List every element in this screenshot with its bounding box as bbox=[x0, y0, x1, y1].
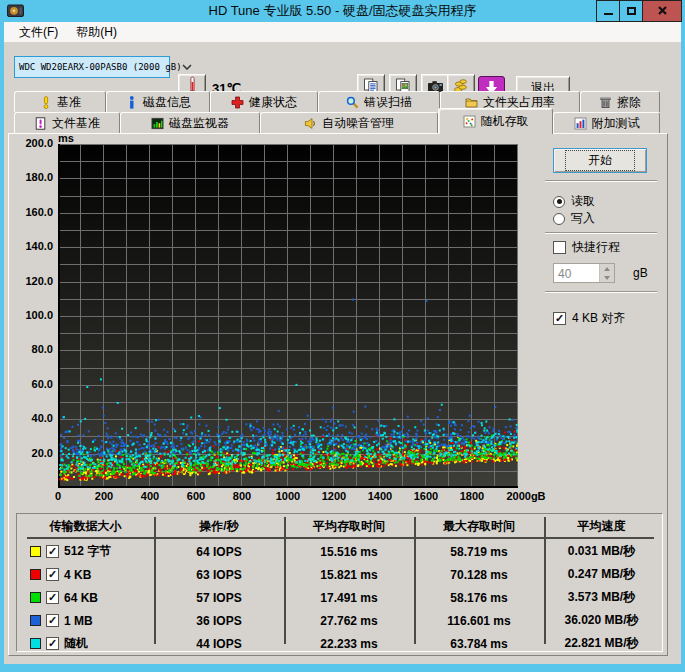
max-access-cell: 58.176 ms bbox=[414, 591, 544, 605]
tab-error-scan[interactable]: 错误扫描 bbox=[318, 91, 440, 112]
column-header: 平均速度 bbox=[544, 518, 659, 535]
write-radio[interactable] bbox=[553, 213, 565, 225]
drive-select-value: WDC WD20EARX-00PASB0 (2000 gB) bbox=[15, 62, 182, 72]
menu-help[interactable]: 帮助(H) bbox=[67, 22, 126, 43]
folder-icon bbox=[465, 96, 478, 109]
series-cell: ✓1 MB bbox=[17, 614, 154, 628]
column-header: 最大存取时间 bbox=[414, 518, 544, 535]
extra-tests-icon bbox=[574, 117, 587, 130]
series-checkbox[interactable]: ✓ bbox=[46, 545, 59, 558]
tab-random-access[interactable]: 随机存取 bbox=[438, 108, 553, 134]
info-icon bbox=[125, 96, 138, 109]
tab-disk-monitor-label: 磁盘监视器 bbox=[169, 115, 229, 132]
y-tick-label: 80.0 bbox=[9, 343, 53, 355]
series-checkbox[interactable]: ✓ bbox=[46, 568, 59, 581]
exclamation-icon bbox=[39, 96, 52, 109]
close-button[interactable] bbox=[642, 0, 682, 22]
series-cell: ✓512 字节 bbox=[17, 543, 154, 560]
series-checkbox[interactable]: ✓ bbox=[46, 591, 59, 604]
tab-disk-info[interactable]: 磁盘信息 bbox=[106, 91, 210, 112]
tab-file-benchmark-label: 文件基准 bbox=[52, 115, 100, 132]
tab-health[interactable]: 健康状态 bbox=[210, 91, 318, 112]
minimize-button[interactable] bbox=[596, 0, 619, 22]
divider bbox=[545, 232, 657, 234]
x-tick-label: 1800 bbox=[442, 490, 502, 502]
tab-extra-tests[interactable]: 附加测试 bbox=[553, 112, 660, 133]
series-label: 512 字节 bbox=[64, 543, 111, 560]
health-cross-icon bbox=[231, 96, 244, 109]
series-label: 随机 bbox=[64, 635, 88, 652]
align-checkbox[interactable]: ✓ bbox=[553, 312, 566, 325]
y-tick-label: 60.0 bbox=[9, 378, 53, 390]
tab-disk-info-label: 磁盘信息 bbox=[143, 94, 191, 111]
tab-aam-label: 自动噪音管理 bbox=[322, 115, 394, 132]
x-tick-label: 2000gB bbox=[496, 490, 556, 502]
close-icon bbox=[657, 2, 668, 20]
avg-access-cell: 17.491 ms bbox=[284, 591, 414, 605]
tab-disk-monitor[interactable]: 磁盘监视器 bbox=[120, 112, 260, 133]
avg-speed-cell: 22.821 MB/秒 bbox=[544, 635, 659, 652]
start-button[interactable]: 开始 bbox=[553, 148, 647, 173]
tab-aam[interactable]: 自动噪音管理 bbox=[260, 112, 438, 133]
iops-cell: 63 IOPS bbox=[154, 568, 284, 582]
iops-cell: 36 IOPS bbox=[154, 614, 284, 628]
maximize-button[interactable] bbox=[619, 0, 642, 22]
tab-erase-label: 擦除 bbox=[617, 94, 641, 111]
y-tick-label: 200.0 bbox=[9, 137, 53, 149]
monitor-icon bbox=[151, 117, 164, 130]
arrow-down-icon bbox=[604, 276, 610, 280]
read-radio[interactable] bbox=[553, 196, 565, 208]
short-stroke-spinner[interactable]: 40 bbox=[553, 263, 615, 283]
read-radio-label: 读取 bbox=[571, 193, 595, 210]
y-tick-label: 100.0 bbox=[9, 309, 53, 321]
tab-benchmark[interactable]: 基准 bbox=[14, 91, 106, 112]
table-row: ✓64 KB57 IOPS17.491 ms58.176 ms3.573 MB/… bbox=[17, 586, 662, 609]
iops-cell: 44 IOPS bbox=[154, 637, 284, 651]
read-radio-row: 读取 bbox=[553, 193, 595, 210]
series-color-swatch bbox=[30, 592, 41, 603]
max-access-cell: 70.128 ms bbox=[414, 568, 544, 582]
spinner-down-button[interactable] bbox=[600, 273, 614, 282]
divider bbox=[545, 180, 657, 182]
start-button-label: 开始 bbox=[565, 150, 635, 171]
y-axis-unit: ms bbox=[58, 132, 74, 144]
avg-access-cell: 15.821 ms bbox=[284, 568, 414, 582]
write-radio-label: 写入 bbox=[571, 210, 595, 227]
tab-erase[interactable]: 擦除 bbox=[580, 91, 660, 112]
series-cell: ✓64 KB bbox=[17, 591, 154, 605]
iops-cell: 57 IOPS bbox=[154, 591, 284, 605]
series-checkbox[interactable]: ✓ bbox=[46, 614, 59, 627]
max-access-cell: 63.784 ms bbox=[414, 637, 544, 651]
series-cell: ✓4 KB bbox=[17, 568, 154, 582]
align-label: 4 KB 对齐 bbox=[572, 310, 625, 327]
write-radio-row: 写入 bbox=[553, 210, 595, 227]
table-row: ✓4 KB63 IOPS15.821 ms70.128 ms0.247 MB/秒 bbox=[17, 563, 662, 586]
trash-icon bbox=[599, 96, 612, 109]
iops-cell: 64 IOPS bbox=[154, 545, 284, 559]
minimize-icon bbox=[604, 13, 613, 15]
arrow-up-icon bbox=[604, 267, 610, 271]
speaker-icon bbox=[304, 117, 317, 130]
menu-bar: 文件(F)帮助(H) bbox=[4, 22, 681, 43]
short-stroke-value: 40 bbox=[554, 264, 599, 282]
window-title: HD Tune 专业版 5.50 - 硬盘/固态硬盘实用程序 bbox=[0, 2, 685, 20]
tab-file-benchmark[interactable]: 文件基准 bbox=[14, 112, 120, 133]
application-window: HD Tune 专业版 5.50 - 硬盘/固态硬盘实用程序 文件(F)帮助(H… bbox=[0, 0, 685, 672]
spinner-up-button[interactable] bbox=[600, 264, 614, 273]
toolbar: WDC WD20EARX-00PASB0 (2000 gB) 31℃ 退出 bbox=[4, 43, 681, 90]
short-stroke-label: 快捷行程 bbox=[572, 239, 620, 256]
tab-health-label: 健康状态 bbox=[249, 94, 297, 111]
y-tick-label: 160.0 bbox=[9, 206, 53, 218]
series-checkbox[interactable]: ✓ bbox=[46, 637, 59, 650]
y-tick-label: 20.0 bbox=[9, 447, 53, 459]
column-header: 传输数据大小 bbox=[17, 518, 154, 535]
avg-speed-cell: 3.573 MB/秒 bbox=[544, 589, 659, 606]
menu-file[interactable]: 文件(F) bbox=[10, 22, 67, 43]
short-stroke-checkbox[interactable] bbox=[553, 241, 566, 254]
short-stroke-unit: gB bbox=[633, 266, 648, 280]
y-tick-label: 180.0 bbox=[9, 171, 53, 183]
random-access-tab-page: ms 200.0180.0160.0140.0120.0100.080.060.… bbox=[8, 133, 668, 656]
title-bar: HD Tune 专业版 5.50 - 硬盘/固态硬盘实用程序 bbox=[0, 0, 685, 22]
magnifier-icon bbox=[346, 96, 359, 109]
drive-select[interactable]: WDC WD20EARX-00PASB0 (2000 gB) bbox=[14, 56, 170, 78]
